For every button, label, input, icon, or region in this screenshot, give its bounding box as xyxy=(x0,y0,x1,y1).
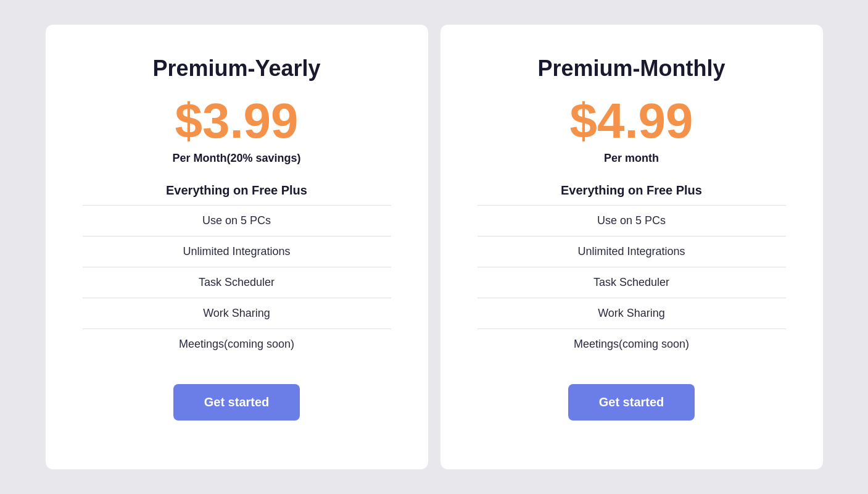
feature-item-1-3: Work Sharing xyxy=(477,298,786,329)
plan-title-0: Premium-Yearly xyxy=(152,56,320,82)
feature-item-1-2: Task Scheduler xyxy=(477,267,786,298)
feature-item-1-1: Unlimited Integrations xyxy=(477,236,786,267)
get-started-button-0[interactable]: Get started xyxy=(173,384,300,421)
feature-item-1-4: Meetings(coming soon) xyxy=(477,329,786,359)
pricing-cards-container: Premium-Yearly$3.99Per Month(20% savings… xyxy=(21,0,848,494)
feature-item-0-0: Use on 5 PCs xyxy=(83,205,391,236)
plan-period-1: Per month xyxy=(604,152,659,165)
pricing-card-premium-monthly: Premium-Monthly$4.99Per monthEverything … xyxy=(440,25,823,469)
plan-tagline-1: Everything on Free Plus xyxy=(561,183,702,198)
plan-period-0: Per Month(20% savings) xyxy=(172,152,300,165)
feature-item-0-4: Meetings(coming soon) xyxy=(83,329,391,359)
get-started-button-1[interactable]: Get started xyxy=(568,384,695,421)
plan-title-1: Premium-Monthly xyxy=(537,56,725,82)
pricing-card-premium-yearly: Premium-Yearly$3.99Per Month(20% savings… xyxy=(46,25,428,469)
plan-price-0: $3.99 xyxy=(175,96,298,146)
feature-item-0-3: Work Sharing xyxy=(83,298,391,329)
plan-tagline-0: Everything on Free Plus xyxy=(166,183,307,198)
feature-item-0-1: Unlimited Integrations xyxy=(83,236,391,267)
features-list-0: Use on 5 PCsUnlimited IntegrationsTask S… xyxy=(83,205,391,359)
plan-price-1: $4.99 xyxy=(569,96,693,146)
feature-item-1-0: Use on 5 PCs xyxy=(477,205,786,236)
feature-item-0-2: Task Scheduler xyxy=(83,267,391,298)
features-list-1: Use on 5 PCsUnlimited IntegrationsTask S… xyxy=(477,205,786,359)
